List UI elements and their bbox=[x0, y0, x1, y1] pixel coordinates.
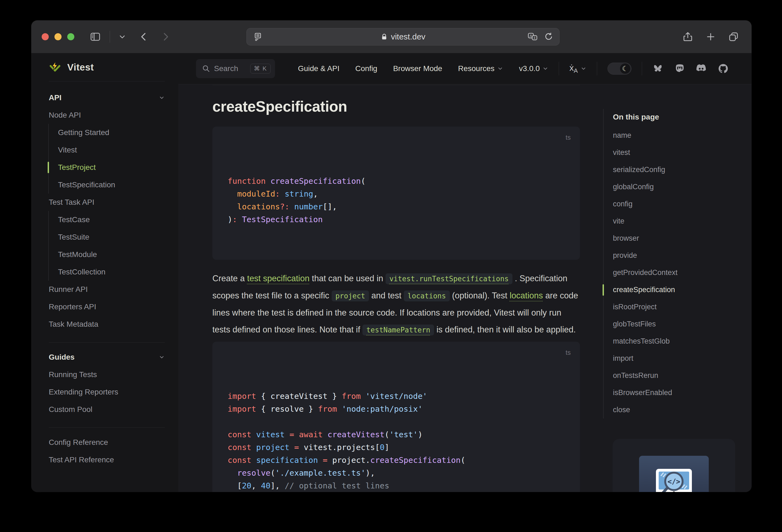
link-test-specification[interactable]: test specification bbox=[247, 274, 310, 283]
back-button[interactable] bbox=[139, 32, 149, 42]
logo[interactable]: Vitest bbox=[49, 53, 165, 81]
sidebar-item-custom-pool[interactable]: Custom Pool bbox=[49, 401, 165, 418]
inline-code-locations: locations bbox=[404, 290, 450, 302]
traffic-lights bbox=[42, 33, 74, 40]
nav-link-guide-api[interactable]: Guide & API bbox=[298, 64, 340, 73]
outline-item-vitest[interactable]: vitest bbox=[613, 144, 731, 161]
text: Create a bbox=[212, 274, 247, 283]
sidebar-item-testsuite[interactable]: TestSuite bbox=[48, 228, 165, 246]
code-line: function createSpecification( bbox=[227, 175, 565, 187]
code-line: const vitest = await createVitest('test'… bbox=[227, 428, 565, 441]
github-icon[interactable] bbox=[718, 63, 728, 74]
reader-view-icon[interactable] bbox=[253, 32, 262, 41]
sidebar-item-node-api[interactable]: Node API bbox=[49, 106, 165, 124]
inline-code-project: project bbox=[332, 290, 369, 302]
sidebar-toggle-icon[interactable] bbox=[90, 31, 101, 42]
inline-code-link-vitest-runtestspecifications[interactable]: vitest.runTestSpecifications bbox=[386, 273, 512, 284]
outline-item-isbrowserenabled[interactable]: isBrowserEnabled bbox=[613, 384, 731, 401]
link-locations[interactable]: locations bbox=[510, 291, 543, 300]
outline-item-close[interactable]: close bbox=[613, 401, 731, 419]
code-line: locations?: number[], bbox=[227, 201, 565, 213]
outline-item-ontestsrerun[interactable]: onTestsRerun bbox=[613, 367, 731, 384]
text: is defined, then it will also be applied… bbox=[434, 325, 576, 334]
forward-button[interactable] bbox=[161, 32, 171, 42]
sidebar-item-config-reference[interactable]: Config Reference bbox=[49, 434, 165, 451]
inline-code-link-testnamepattern[interactable]: testNamePattern bbox=[362, 324, 434, 335]
outline-item-provide[interactable]: provide bbox=[613, 247, 731, 264]
moon-icon: ☾ bbox=[620, 64, 630, 74]
outline-item-import[interactable]: import bbox=[613, 350, 731, 367]
sidebar-group-api: APINode APIGetting StartedVitestTestProj… bbox=[49, 81, 165, 333]
sidebar-item-task-metadata[interactable]: Task Metadata bbox=[49, 316, 165, 333]
close-window-button[interactable] bbox=[42, 33, 49, 40]
chevron-down-icon bbox=[542, 66, 548, 72]
sidebar-item-test-api-reference[interactable]: Test API Reference bbox=[49, 451, 165, 468]
sidebar-group: Config ReferenceTest API Reference bbox=[49, 427, 165, 468]
sidebar-item-test-task-api[interactable]: Test Task API bbox=[49, 193, 165, 211]
zoom-window-button[interactable] bbox=[67, 33, 74, 40]
reload-icon[interactable] bbox=[544, 32, 553, 42]
sidebar-item-testmodule[interactable]: TestModule bbox=[48, 246, 165, 263]
sidebar-item-getting-started[interactable]: Getting Started bbox=[48, 124, 165, 141]
code-line: ): TestSpecification bbox=[227, 213, 565, 226]
search-button[interactable]: Search ⌘ K bbox=[196, 59, 275, 78]
sidebar-item-runner-api[interactable]: Runner API bbox=[49, 281, 165, 298]
minimize-window-button[interactable] bbox=[55, 33, 62, 40]
outline-item-name[interactable]: name bbox=[613, 127, 731, 144]
sidebar: Vitest APINode APIGetting StartedVitestT… bbox=[31, 53, 178, 492]
outline-item-isrootproject[interactable]: isRootProject bbox=[613, 298, 731, 316]
sidebar-section-label: API bbox=[49, 94, 62, 102]
outline-item-config[interactable]: config bbox=[613, 196, 731, 213]
outline-item-globalconfig[interactable]: globalConfig bbox=[613, 178, 731, 196]
sidebar-item-testcollection[interactable]: TestCollection bbox=[48, 263, 165, 281]
translate-glyph-icon: ẋA bbox=[569, 63, 578, 74]
chevron-down-icon bbox=[580, 66, 586, 72]
sidebar-item-testspecification[interactable]: TestSpecification bbox=[48, 176, 165, 193]
outline-item-getprovidedcontext[interactable]: getProvidedContext bbox=[613, 264, 731, 281]
svg-text:</>: </> bbox=[668, 477, 680, 486]
sponsor-image: </> bbox=[639, 456, 709, 492]
sidebar-section-api[interactable]: API bbox=[49, 89, 165, 106]
outline-item-vite[interactable]: vite bbox=[613, 213, 731, 230]
nav-link-resources[interactable]: Resources bbox=[458, 64, 503, 73]
search-icon bbox=[202, 65, 210, 73]
outline-item-browser[interactable]: browser bbox=[613, 230, 731, 247]
nav-link-v3-0-0[interactable]: v3.0.0 bbox=[519, 64, 548, 73]
sponsor-card[interactable]: </> bbox=[613, 439, 735, 492]
theme-toggle[interactable]: ☾ bbox=[607, 63, 632, 75]
sidebar-item-reporters-api[interactable]: Reporters API bbox=[49, 298, 165, 316]
nav-link-browser-mode[interactable]: Browser Mode bbox=[393, 64, 442, 73]
on-this-page-title: On this page bbox=[613, 113, 731, 121]
tab-group-chevron-icon[interactable] bbox=[119, 33, 126, 40]
tab-overview-icon[interactable] bbox=[728, 31, 739, 42]
nav-link-label: Config bbox=[355, 64, 378, 73]
sidebar-item-testcase[interactable]: TestCase bbox=[48, 211, 165, 228]
discord-icon[interactable] bbox=[696, 64, 707, 73]
address-bar[interactable]: vitest.dev A x̄ bbox=[246, 28, 560, 45]
vitest-logo-icon bbox=[49, 61, 61, 73]
browser-window: vitest.dev A x̄ bbox=[31, 21, 751, 492]
outline-item-serializedconfig[interactable]: serializedConfig bbox=[613, 161, 731, 178]
chevron-down-icon bbox=[497, 66, 503, 72]
nav-link-config[interactable]: Config bbox=[355, 64, 378, 73]
sidebar-section-guides[interactable]: Guides bbox=[49, 349, 165, 366]
site-navbar: Search ⌘ K Guide & APIConfigBrowser Mode… bbox=[178, 53, 751, 84]
bluesky-icon[interactable] bbox=[652, 64, 663, 73]
language-menu[interactable]: ẋA bbox=[569, 63, 586, 74]
svg-text:x̄: x̄ bbox=[534, 36, 535, 40]
sidebar-item-extending-reporters[interactable]: Extending Reporters bbox=[49, 383, 165, 401]
nav-link-label: Guide & API bbox=[298, 64, 340, 73]
code-line: resolve('./example.test.ts'), bbox=[227, 467, 565, 480]
sidebar-item-running-tests[interactable]: Running Tests bbox=[49, 366, 165, 383]
translate-icon[interactable]: A x̄ bbox=[527, 32, 538, 42]
outline-item-matchestestglob[interactable]: matchesTestGlob bbox=[613, 333, 731, 350]
outline-item-createspecification[interactable]: createSpecification bbox=[613, 281, 731, 298]
browser-titlebar: vitest.dev A x̄ bbox=[31, 21, 751, 53]
sidebar-item-testproject[interactable]: TestProject bbox=[48, 159, 165, 176]
outline-item-globtestfiles[interactable]: globTestFiles bbox=[613, 316, 731, 333]
sidebar-item-vitest[interactable]: Vitest bbox=[48, 141, 165, 159]
new-tab-icon[interactable] bbox=[705, 31, 716, 42]
share-icon[interactable] bbox=[682, 31, 693, 42]
mastodon-icon[interactable] bbox=[674, 64, 684, 74]
titlebar-divider bbox=[110, 31, 110, 43]
